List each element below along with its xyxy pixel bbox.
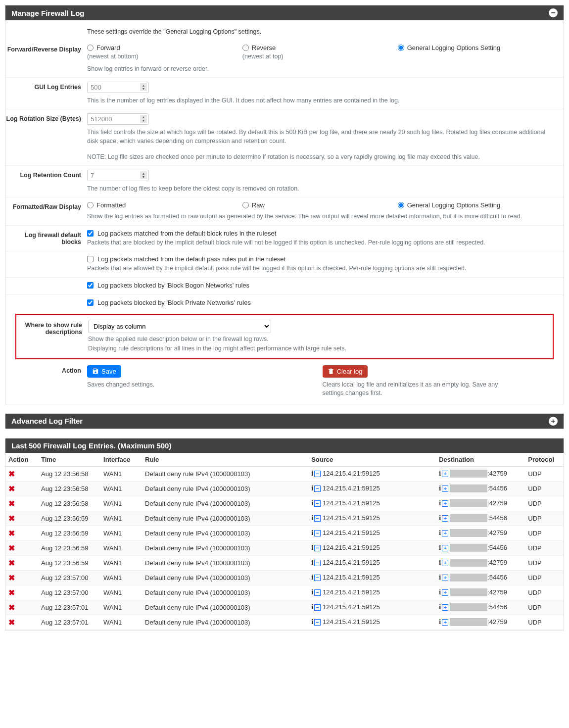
cell-interface: WAN1 (100, 615, 142, 630)
radio-general-2[interactable]: General Logging Options Setting (398, 201, 553, 209)
info-icon[interactable]: i (439, 485, 441, 492)
cell-source: i−124.215.4.21:59125 (308, 466, 436, 481)
plus-box-icon[interactable]: + (442, 604, 448, 611)
cell-interface: WAN1 (100, 555, 142, 570)
check-private[interactable]: Log packets blocked by 'Block Private Ne… (87, 299, 558, 306)
cell-time: Aug 12 23:57:01 (38, 615, 100, 630)
th-protocol: Protocol (525, 453, 564, 467)
plus-box-icon[interactable]: + (442, 560, 448, 566)
info-icon[interactable]: i (439, 603, 441, 611)
plus-box-icon[interactable]: + (442, 575, 448, 581)
info-icon[interactable]: i (439, 588, 441, 596)
minus-box-icon[interactable]: − (314, 560, 321, 566)
cell-destination: i+:42759 (436, 466, 525, 481)
info-icon[interactable]: i (439, 574, 441, 581)
radio-forward[interactable]: Forward (87, 44, 242, 51)
plus-box-icon[interactable]: + (442, 485, 448, 492)
block-icon[interactable]: ✖ (8, 514, 15, 523)
info-icon[interactable]: i (311, 559, 313, 566)
cell-destination: i+:54456 (436, 481, 525, 496)
minus-box-icon[interactable]: − (314, 545, 321, 551)
intro-text: These settings override the "General Log… (87, 27, 558, 36)
plus-box-icon[interactable]: + (442, 515, 448, 522)
radio-formatted[interactable]: Formatted (87, 201, 242, 209)
info-icon[interactable]: i (311, 470, 313, 477)
plus-box-icon[interactable]: + (442, 530, 448, 536)
plus-box-icon[interactable]: + (442, 545, 448, 551)
redacted-ip (450, 588, 487, 596)
info-icon[interactable]: i (439, 529, 441, 536)
info-icon[interactable]: i (311, 618, 313, 626)
cell-source: i−124.215.4.21:59125 (308, 600, 436, 615)
save-button[interactable]: Save (87, 365, 121, 378)
minus-box-icon[interactable]: − (314, 604, 321, 611)
plus-box-icon[interactable]: + (442, 619, 448, 626)
block-icon[interactable]: ✖ (8, 470, 15, 478)
th-rule: Rule (142, 453, 308, 467)
hint-fwdrev: Show log entries in forward or reverse o… (87, 64, 558, 73)
minus-box-icon[interactable]: − (314, 619, 321, 626)
info-icon[interactable]: i (439, 618, 441, 626)
cell-interface: WAN1 (100, 466, 142, 481)
block-icon[interactable]: ✖ (8, 618, 15, 627)
cell-destination: i+:42759 (436, 555, 525, 570)
stepper-icon[interactable]: ▴▾ (140, 83, 147, 91)
panel-title-entries: Last 500 Firewall Log Entries. (Maximum … (5, 438, 564, 453)
minus-box-icon[interactable]: − (314, 515, 321, 522)
block-icon[interactable]: ✖ (8, 529, 15, 537)
info-icon[interactable]: i (439, 470, 441, 477)
check-default-block[interactable]: Log packets matched from the default blo… (87, 230, 558, 237)
info-icon[interactable]: i (439, 544, 441, 551)
rule-desc-select[interactable]: Display as column (88, 320, 271, 333)
hint-guientries: This is the number of log entries displa… (87, 96, 558, 105)
info-icon[interactable]: i (439, 559, 441, 566)
block-icon[interactable]: ✖ (8, 499, 15, 508)
info-icon[interactable]: i (311, 499, 313, 507)
minus-icon[interactable]: − (549, 8, 558, 17)
plus-box-icon[interactable]: + (442, 589, 448, 596)
block-icon[interactable]: ✖ (8, 588, 15, 597)
block-icon[interactable]: ✖ (8, 574, 15, 582)
block-icon[interactable]: ✖ (8, 603, 15, 612)
cell-rule: Default deny rule IPv4 (1000000103) (142, 585, 308, 600)
panel-title-text: Last 500 Firewall Log Entries. (Maximum … (11, 441, 171, 450)
cell-source: i−124.215.4.21:59125 (308, 481, 436, 496)
plus-box-icon[interactable]: + (442, 500, 448, 507)
info-icon[interactable]: i (311, 588, 313, 596)
cell-destination: i+:54456 (436, 540, 525, 555)
radio-raw[interactable]: Raw (242, 201, 398, 209)
minus-box-icon[interactable]: − (314, 530, 321, 536)
clear-log-button[interactable]: Clear log (323, 365, 368, 378)
stepper-icon[interactable]: ▴▾ (140, 115, 147, 123)
minus-box-icon[interactable]: − (314, 575, 321, 581)
radio-general-1[interactable]: General Logging Options Setting (398, 44, 553, 51)
info-icon[interactable]: i (311, 514, 313, 522)
info-icon[interactable]: i (311, 603, 313, 611)
check-default-pass[interactable]: Log packets matched from the default pas… (87, 255, 558, 263)
block-icon[interactable]: ✖ (8, 559, 15, 567)
info-icon[interactable]: i (439, 514, 441, 522)
stepper-icon[interactable]: ▴▾ (140, 171, 147, 179)
redacted-ip (450, 603, 487, 611)
minus-box-icon[interactable]: − (314, 589, 321, 596)
minus-box-icon[interactable]: − (314, 485, 321, 492)
block-icon[interactable]: ✖ (8, 544, 15, 552)
radio-reverse[interactable]: Reverse (242, 44, 398, 51)
panel-title-manage: Manage Firewall Log − (5, 5, 564, 20)
log-table: Action Time Interface Rule Source Destin… (5, 453, 564, 630)
minus-box-icon[interactable]: − (314, 471, 321, 477)
info-icon[interactable]: i (311, 544, 313, 551)
plus-icon[interactable]: + (549, 417, 558, 426)
info-icon[interactable]: i (311, 529, 313, 536)
cell-protocol: UDP (525, 555, 564, 570)
info-icon[interactable]: i (311, 574, 313, 581)
cell-protocol: UDP (525, 466, 564, 481)
table-row: ✖Aug 12 23:57:01WAN1Default deny rule IP… (5, 615, 564, 630)
block-icon[interactable]: ✖ (8, 485, 15, 493)
check-bogon[interactable]: Log packets blocked by 'Block Bogon Netw… (87, 282, 558, 289)
plus-box-icon[interactable]: + (442, 471, 448, 477)
minus-box-icon[interactable]: − (314, 500, 321, 507)
info-icon[interactable]: i (311, 485, 313, 492)
hint-fmtraw: Show the log entries as formatted or raw… (87, 212, 558, 221)
info-icon[interactable]: i (439, 499, 441, 507)
